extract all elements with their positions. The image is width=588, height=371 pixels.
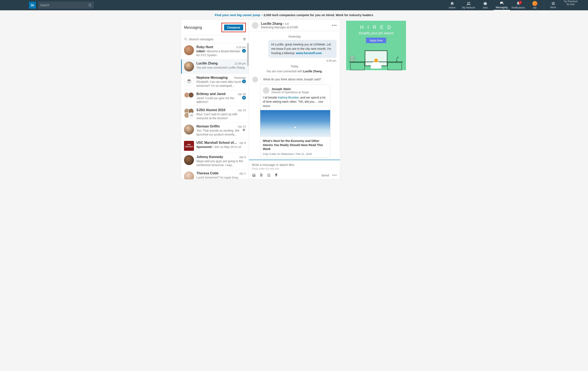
emoji-icon[interactable]	[267, 173, 271, 177]
convo-time: Apr 8	[239, 156, 246, 159]
convo-time: Apr 20	[238, 92, 246, 96]
conversation-item[interactable]: ☕ Neptune Messaging Yesterday Elizabeth:…	[181, 74, 249, 90]
filter-icon[interactable]	[243, 38, 246, 40]
msg-text: What do you think about what Joseph said…	[260, 76, 324, 83]
convo-name: Johnny Kennedy	[196, 155, 223, 159]
system-message: You are now connected with Lucille Zhang…	[252, 70, 336, 73]
thread-header: Lucille Zhang • 1st Marketing Manager at…	[249, 20, 340, 31]
conversation-item[interactable]: Norman Griffin Apr 13 You: That sounds s…	[181, 122, 249, 139]
avatar: USCMarshall	[184, 141, 194, 151]
convo-preview-bold: Sponsored	[196, 145, 211, 149]
convo-preview: Maya said you guys are going to the conf…	[196, 159, 246, 167]
nav-messaging-label: Messaging	[496, 6, 508, 9]
network-icon	[466, 1, 471, 6]
nav-me[interactable]: Me	[527, 0, 543, 10]
message-time: 4:36 pm	[253, 59, 336, 62]
convo-preview: You are now connected Lucille Zhang.	[196, 66, 246, 70]
messaging-header: Messaging Compose	[181, 20, 249, 35]
convo-time: Apr 13	[238, 125, 246, 128]
image-icon[interactable]	[252, 173, 256, 177]
nav-network[interactable]: My Network	[461, 0, 477, 10]
attachment-icon[interactable]	[259, 173, 263, 177]
nav-home[interactable]: Home	[444, 0, 461, 10]
date-divider: Today	[252, 65, 336, 68]
premium-line2: for free	[564, 3, 578, 6]
nav-messaging[interactable]: Messaging	[494, 0, 510, 10]
convo-name: USC Marshall School of…	[196, 141, 237, 145]
nav-network-label: My Network	[462, 6, 475, 9]
lightbulb-icon[interactable]	[274, 173, 278, 177]
nav-more[interactable]: More	[545, 0, 562, 10]
conversation-list: Ruby Hunt 3:15 pm InMail • Become a Boar…	[181, 43, 249, 179]
convo-name: Lucille Zhang	[196, 61, 218, 65]
ad-block[interactable]: H I R E D Simplify your job search Apply…	[345, 20, 407, 71]
unread-badge: 6	[242, 96, 246, 100]
conversation-item-selected[interactable]: Lucille Zhang 12:38 pm You are now conne…	[181, 60, 249, 74]
thread-contact-name[interactable]: Lucille Zhang	[261, 22, 282, 25]
connection-degree: • 1st	[282, 22, 289, 25]
avatar	[184, 61, 194, 71]
search-icon	[184, 38, 187, 41]
outgoing-message: Hi Lucille, great meeting you at UXWeek.…	[268, 40, 336, 58]
convo-name: Brittney and Jared	[196, 92, 225, 96]
avatar	[184, 45, 194, 55]
nav-divider	[544, 1, 544, 9]
nav-notifications[interactable]: 2 Notifications	[510, 0, 527, 10]
compose-button[interactable]: Compose	[224, 25, 243, 30]
nav-home-label: Home	[449, 6, 455, 9]
convo-preview: Risa: Can't wait to catch up with everyo…	[196, 112, 246, 120]
global-search[interactable]	[38, 2, 94, 9]
ad-illustration	[346, 48, 406, 70]
card-link[interactable]: Katrina Brooker	[278, 96, 299, 99]
convo-time: Apr 6	[239, 141, 246, 144]
card-author-name: Joseph Stein	[272, 87, 309, 91]
primary-nav: Home My Network Jobs Messaging 2 Notific…	[444, 0, 580, 10]
nav-jobs-label: Jobs	[483, 6, 488, 9]
conversation-item[interactable]: Johnny Kennedy Apr 8 Maya said you guys …	[181, 153, 249, 169]
compose-textarea[interactable]: Write a message or attach files Press en…	[249, 160, 340, 171]
nav-notifications-label: Notifications	[512, 6, 525, 9]
thread-avatar[interactable]	[252, 22, 258, 29]
global-header: in Home My Network Jobs Messaging 2 Noti…	[0, 0, 588, 10]
send-button[interactable]: Send	[322, 173, 329, 177]
thread-options-icon[interactable]: •••	[332, 23, 337, 28]
compose-placeholder: Write a message or attach files	[252, 163, 337, 167]
promo-link[interactable]: Find your next big career jump –	[215, 13, 263, 17]
search-input[interactable]	[40, 3, 88, 7]
search-messages-input[interactable]	[189, 37, 243, 41]
apps-icon	[551, 1, 555, 6]
conversation-item[interactable]: +48 SJSU Alumni 2010 Apr 15 Risa: Can't …	[181, 106, 249, 122]
convo-name: Norman Griffin	[196, 125, 220, 128]
convo-name: SJSU Alumni 2010	[196, 108, 225, 112]
linkedin-logo[interactable]: in	[29, 2, 36, 9]
conversation-item[interactable]: Ruby Hunt 3:15 pm InMail • Become a Boar…	[181, 43, 249, 60]
msg-link[interactable]: www.funstuff.com	[296, 51, 322, 55]
ad-cta-button[interactable]: Apply Now	[366, 38, 386, 43]
try-premium[interactable]: Try Premium for free	[562, 0, 580, 10]
shared-card[interactable]: Joseph Stein Director of Operations at T…	[260, 84, 330, 158]
avatar	[184, 171, 194, 179]
unread-badge: 1	[242, 80, 246, 83]
avatar	[184, 155, 194, 165]
conversation-item[interactable]: USCMarshall USC Marshall School of… Apr …	[181, 139, 249, 153]
card-image	[260, 110, 330, 137]
search-messages-row	[181, 35, 249, 43]
convo-preview: Jared: Could you give me the address?	[196, 96, 242, 104]
avatar-overflow: +48	[188, 112, 194, 118]
muted-icon	[242, 128, 246, 131]
conversation-item[interactable]: Brittney and Jared Apr 20 Jared: Could y…	[181, 90, 249, 106]
nav-jobs[interactable]: Jobs	[477, 0, 494, 10]
scrollbar-thumb[interactable]	[247, 43, 249, 66]
compose-toolbar: Send •••	[249, 171, 340, 179]
compose-options-icon[interactable]: •••	[332, 173, 337, 177]
conversation-item[interactable]: Theresa Cobb Apr 1 Lunch tomorrow? I'm s…	[181, 169, 249, 179]
convo-name: Ruby Hunt	[196, 45, 213, 49]
jobs-icon	[483, 1, 488, 6]
compose-hint: Press enter for new line	[252, 167, 337, 170]
promo-bar[interactable]: Find your next big career jump – 3,000 t…	[0, 10, 588, 20]
nav-me-label: Me	[533, 6, 536, 9]
avatar-group	[184, 92, 194, 102]
convo-time: Apr 1	[239, 172, 246, 175]
thread-contact-subtitle: Marketing Manager at ACME	[261, 26, 332, 29]
card-text: I sit beside Katrina Brooker, and we spe…	[260, 94, 330, 110]
